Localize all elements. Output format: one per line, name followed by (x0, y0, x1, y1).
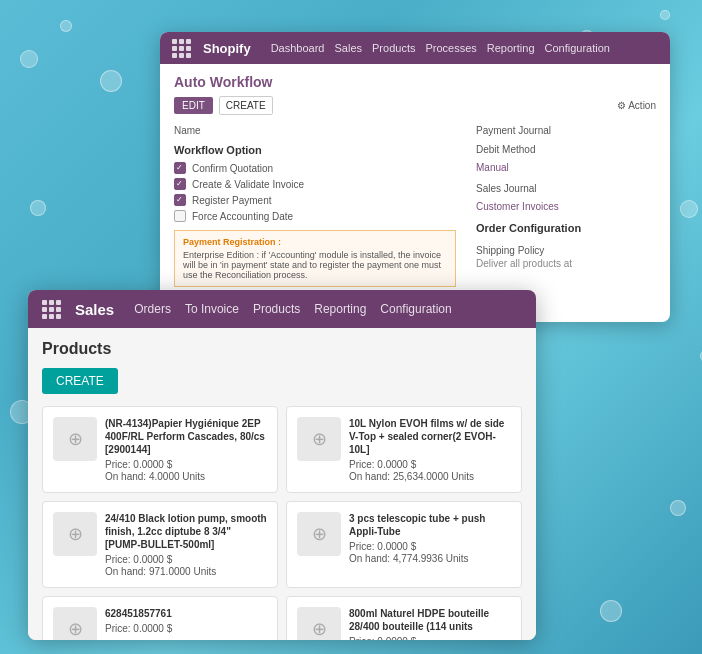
create-validate-label: Create & Validate Invoice (192, 179, 304, 190)
grid-icon (172, 39, 191, 58)
shopify-page-title: Auto Workflow (174, 74, 656, 90)
workflow-row-create: Create & Validate Invoice (174, 178, 456, 190)
product-price: Price: 0.0000 $ (349, 541, 511, 552)
sales-grid-icon (42, 300, 61, 319)
name-label: Name (174, 125, 456, 136)
product-price: Price: 0.0000 $ (349, 636, 511, 640)
shopify-left-panel: Name Workflow Option Confirm Quotation C… (174, 125, 456, 287)
shopify-nav-dashboard[interactable]: Dashboard (271, 42, 325, 54)
product-stock: On hand: 25,634.0000 Units (349, 471, 511, 482)
product-name: 10L Nylon EVOH films w/ de side V-Top + … (349, 417, 511, 456)
sales-topbar: Sales Orders To Invoice Products Reporti… (28, 290, 536, 328)
products-page-title: Products (42, 340, 522, 358)
confirm-quotation-checkbox[interactable] (174, 162, 186, 174)
shopify-brand: Shopify (203, 41, 251, 56)
product-stock: On hand: 971.0000 Units (105, 566, 267, 577)
shopify-create-button[interactable]: CREATE (219, 96, 273, 115)
shipping-policy-row: Shipping Policy Deliver all products at (476, 240, 656, 269)
payment-reg-title: Payment Registration : (183, 237, 447, 247)
order-config-section: Order Configuration Shipping Policy Deli… (476, 222, 656, 269)
edit-button[interactable]: EDIT (174, 97, 213, 114)
shopify-nav-config[interactable]: Configuration (545, 42, 610, 54)
shopify-window: Shopify Dashboard Sales Products Process… (160, 32, 670, 322)
workflow-row-confirm: Confirm Quotation (174, 162, 456, 174)
shipping-policy-value: Deliver all products at (476, 258, 656, 269)
add-product-icon: ⊕ (312, 525, 327, 543)
product-price: Price: 0.0000 $ (105, 623, 172, 634)
create-validate-checkbox[interactable] (174, 178, 186, 190)
product-thumbnail: ⊕ (53, 607, 97, 640)
shopify-body: Name Workflow Option Confirm Quotation C… (174, 125, 656, 287)
shopify-nav-products[interactable]: Products (372, 42, 415, 54)
sales-nav-toinvoice[interactable]: To Invoice (185, 302, 239, 316)
shipping-policy-label: Shipping Policy (476, 245, 544, 256)
sales-nav-products[interactable]: Products (253, 302, 300, 316)
sales-window: Sales Orders To Invoice Products Reporti… (28, 290, 536, 640)
force-accounting-checkbox[interactable] (174, 210, 186, 222)
product-stock: On hand: 4,774.9936 Units (349, 553, 511, 564)
shopify-topbar: Shopify Dashboard Sales Products Process… (160, 32, 670, 64)
create-product-button[interactable]: CREATE (42, 368, 118, 394)
product-name: 3 pcs telescopic tube + push Appli-Tube (349, 512, 511, 538)
workflow-row-force: Force Accounting Date (174, 210, 456, 222)
sales-nav: Orders To Invoice Products Reporting Con… (134, 302, 452, 316)
product-thumbnail: ⊕ (297, 417, 341, 461)
product-card[interactable]: ⊕ 3 pcs telescopic tube + push Appli-Tub… (286, 501, 522, 588)
product-card[interactable]: ⊕ 628451857761 Price: 0.0000 $ (42, 596, 278, 640)
shopify-btn-row: EDIT CREATE ⚙ Action (174, 96, 656, 115)
product-info: 3 pcs telescopic tube + push Appli-Tube … (349, 512, 511, 564)
product-thumbnail: ⊕ (53, 417, 97, 461)
shopify-nav-sales[interactable]: Sales (335, 42, 363, 54)
register-payment-checkbox[interactable] (174, 194, 186, 206)
product-card[interactable]: ⊕ 24/410 Black lotion pump, smooth finis… (42, 501, 278, 588)
payment-journal-label: Payment Journal (476, 125, 656, 136)
sales-journal-value[interactable]: Customer Invoices (476, 201, 559, 212)
workflow-option-title: Workflow Option (174, 144, 456, 156)
product-info: 800ml Naturel HDPE bouteille 28/400 bout… (349, 607, 511, 640)
sales-journal-field: Sales Journal Customer Invoices (476, 183, 656, 214)
sales-nav-orders[interactable]: Orders (134, 302, 171, 316)
payment-reg-text: Enterprise Edition : if 'Accounting' mod… (183, 250, 447, 280)
product-info: 24/410 Black lotion pump, smooth finish,… (105, 512, 267, 577)
add-product-icon: ⊕ (312, 430, 327, 448)
product-name: 800ml Naturel HDPE bouteille 28/400 bout… (349, 607, 511, 633)
product-name: 628451857761 (105, 607, 172, 620)
debit-method-label: Debit Method (476, 144, 656, 155)
product-name: 24/410 Black lotion pump, smooth finish,… (105, 512, 267, 551)
debit-method-value[interactable]: Manual (476, 162, 509, 173)
workflow-row-register: Register Payment (174, 194, 456, 206)
add-product-icon: ⊕ (68, 525, 83, 543)
product-thumbnail: ⊕ (297, 607, 341, 640)
register-payment-label: Register Payment (192, 195, 271, 206)
product-card[interactable]: ⊕ 800ml Naturel HDPE bouteille 28/400 bo… (286, 596, 522, 640)
sales-brand: Sales (75, 301, 114, 318)
product-price: Price: 0.0000 $ (105, 554, 267, 565)
product-thumbnail: ⊕ (53, 512, 97, 556)
debit-method-field: Debit Method Manual (476, 144, 656, 175)
add-product-icon: ⊕ (68, 620, 83, 638)
payment-registration-box: Payment Registration : Enterprise Editio… (174, 230, 456, 287)
product-grid: ⊕ (NR-4134)Papier Hygiénique 2EP 400F/RL… (42, 406, 522, 640)
shopify-nav-reporting[interactable]: Reporting (487, 42, 535, 54)
action-link[interactable]: ⚙ Action (617, 100, 656, 111)
add-product-icon: ⊕ (68, 430, 83, 448)
shopify-right-panel: Payment Journal Debit Method Manual Sale… (476, 125, 656, 287)
confirm-quotation-label: Confirm Quotation (192, 163, 273, 174)
product-name: (NR-4134)Papier Hygiénique 2EP 400F/RL P… (105, 417, 267, 456)
product-price: Price: 0.0000 $ (105, 459, 267, 470)
order-config-title: Order Configuration (476, 222, 656, 234)
product-info: 628451857761 Price: 0.0000 $ (105, 607, 172, 635)
sales-nav-config[interactable]: Configuration (380, 302, 451, 316)
product-card[interactable]: ⊕ (NR-4134)Papier Hygiénique 2EP 400F/RL… (42, 406, 278, 493)
sales-journal-label: Sales Journal (476, 183, 656, 194)
workflow-section: Workflow Option Confirm Quotation Create… (174, 144, 456, 222)
product-thumbnail: ⊕ (297, 512, 341, 556)
shopify-nav-processes[interactable]: Processes (425, 42, 476, 54)
sales-nav-reporting[interactable]: Reporting (314, 302, 366, 316)
shopify-nav: Dashboard Sales Products Processes Repor… (271, 42, 610, 54)
payment-journal-field: Payment Journal (476, 125, 656, 136)
product-stock: On hand: 4.0000 Units (105, 471, 267, 482)
product-info: 10L Nylon EVOH films w/ de side V-Top + … (349, 417, 511, 482)
product-card[interactable]: ⊕ 10L Nylon EVOH films w/ de side V-Top … (286, 406, 522, 493)
add-product-icon: ⊕ (312, 620, 327, 638)
